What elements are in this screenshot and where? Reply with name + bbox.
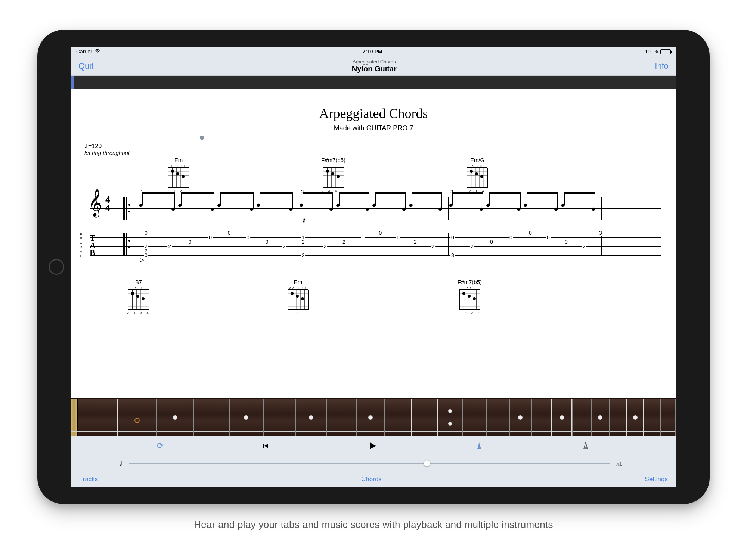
metronome-button[interactable] xyxy=(581,441,590,450)
chord-grid xyxy=(323,168,344,188)
home-button[interactable] xyxy=(49,259,64,275)
fret[interactable] xyxy=(78,399,118,436)
tab-fret-number: 2 xyxy=(323,243,327,249)
nav-bar: Quit Arpeggiated Chords Nylon Guitar Inf… xyxy=(71,56,676,76)
fret[interactable] xyxy=(510,399,531,436)
chords-button[interactable]: Chords xyxy=(361,476,382,483)
status-left: Carrier xyxy=(76,48,100,55)
chord-name: F#m7(b5) xyxy=(321,157,345,163)
speed-slider[interactable] xyxy=(129,463,610,464)
svg-point-0 xyxy=(586,445,587,446)
tab-fret-number: 0 xyxy=(489,239,494,245)
fret[interactable] xyxy=(610,399,627,436)
tab-fret-number: 3 xyxy=(450,252,455,258)
nav-title-block: Arpeggiated Chords Nylon Guitar xyxy=(93,59,655,73)
tab-fret-number: 2 xyxy=(167,243,172,249)
chord-fingering: 1 2 2 2 xyxy=(458,311,482,315)
tab-fret-number: 2 xyxy=(582,243,586,249)
chord-name: Em xyxy=(168,157,189,163)
fret[interactable] xyxy=(327,399,357,436)
tab-fret-number: 0 xyxy=(509,234,513,240)
loop-button[interactable]: ⟳ xyxy=(157,441,164,451)
tab-fret-number: 0 xyxy=(227,230,232,236)
fret[interactable] xyxy=(552,399,573,436)
fret[interactable] xyxy=(463,399,487,436)
chord-fingering: 2 1 3 4 xyxy=(127,311,151,315)
chord-grid xyxy=(168,168,189,188)
score-canvas[interactable]: Arpeggiated Chords Made with GUITAR PRO … xyxy=(71,89,676,398)
fret[interactable] xyxy=(157,399,194,436)
tab-fret-number: 2 xyxy=(282,243,286,249)
accent-mark: > xyxy=(140,256,144,264)
fret[interactable] xyxy=(118,399,157,436)
info-button[interactable]: Info xyxy=(655,61,669,71)
track-strip[interactable] xyxy=(71,76,676,89)
quarter-note-icon: ♩ xyxy=(120,460,123,467)
bottom-toolbar: Tracks Chords Settings xyxy=(71,471,676,487)
score-subtitle: Made with GUITAR PRO 7 xyxy=(82,124,665,132)
fret[interactable] xyxy=(644,399,660,436)
count-in-button[interactable] xyxy=(475,441,484,450)
tracks-button[interactable]: Tracks xyxy=(79,476,98,483)
fret[interactable] xyxy=(592,399,610,436)
fret[interactable] xyxy=(532,399,553,436)
play-icon xyxy=(367,441,378,451)
fret[interactable] xyxy=(194,399,230,436)
chord-diagram: B7× ○2 1 3 4 xyxy=(127,279,151,315)
tempo-block: ♩=120 let ring throughout xyxy=(84,143,665,156)
loop-icon: ⟳ xyxy=(157,441,164,451)
fret[interactable] xyxy=(661,399,676,436)
chord-grid xyxy=(288,290,309,310)
tab-fret-number: 2 xyxy=(301,252,306,258)
status-bar: Carrier 7:10 PM 100% xyxy=(71,47,676,56)
nav-subtitle: Arpeggiated Chords xyxy=(93,59,655,65)
fret[interactable] xyxy=(438,399,464,436)
fretboard-visualizer[interactable] xyxy=(71,398,676,436)
fret[interactable] xyxy=(627,399,644,436)
performance-instruction: let ring throughout xyxy=(84,150,665,156)
fret[interactable] xyxy=(412,399,438,436)
tab-fret-number: 0 xyxy=(528,230,533,236)
chord-grid xyxy=(467,168,488,188)
metronome-solid-icon xyxy=(475,441,484,450)
tab-staff: EBGDAE TAB > 022020000022212210122302000… xyxy=(82,233,665,262)
settings-button[interactable]: Settings xyxy=(645,476,668,483)
fret[interactable] xyxy=(385,399,412,436)
fret[interactable] xyxy=(264,399,296,436)
rewind-button[interactable] xyxy=(261,441,270,450)
time-signature: 4 4 xyxy=(105,196,110,212)
tab-fret-number: 1 xyxy=(396,234,400,240)
notation-staff: 𝄞 4 4 123♯ xyxy=(82,197,665,226)
tab-fret-number: 0 xyxy=(378,230,382,236)
track-strip-accent xyxy=(71,76,74,89)
chord-name: B7 xyxy=(127,279,151,285)
tab-fret-number: 1 xyxy=(361,234,365,240)
tab-fret-number: 2 xyxy=(431,243,435,249)
quit-button[interactable]: Quit xyxy=(78,61,93,71)
app-screen: Carrier 7:10 PM 100% Quit Arpeggiated Ch… xyxy=(71,47,676,487)
score-title: Arpeggiated Chords xyxy=(82,106,665,121)
tab-fret-number: 0 xyxy=(188,239,192,245)
fret[interactable] xyxy=(230,399,264,436)
tab-fret-number: 0 xyxy=(264,239,269,245)
wifi-icon xyxy=(94,48,100,55)
fret[interactable] xyxy=(296,399,327,436)
playback-controls: ⟳ xyxy=(71,436,676,456)
tempo-bpm: =120 xyxy=(88,143,102,150)
chord-grid xyxy=(459,290,480,310)
chord-diagram: F#m7(b5)××1 2 2 2 xyxy=(458,279,482,315)
tab-fret-number: 3 xyxy=(598,230,603,236)
fret[interactable] xyxy=(487,399,510,436)
tab-fret-number: 0 xyxy=(208,234,213,240)
slider-thumb[interactable] xyxy=(424,460,430,467)
fretboard-note-marker xyxy=(134,418,140,423)
fret[interactable] xyxy=(357,399,385,436)
tab-fret-number: 0 xyxy=(450,234,455,240)
nut xyxy=(71,399,78,436)
chord-diagram: Em×× ○○○ 1 xyxy=(288,279,309,315)
play-button[interactable] xyxy=(367,441,378,451)
tab-fret-number: 0 xyxy=(546,234,551,240)
treble-clef-icon: 𝄞 xyxy=(88,190,102,214)
fret[interactable] xyxy=(573,399,592,436)
string-names: EBGDAE xyxy=(75,231,82,258)
